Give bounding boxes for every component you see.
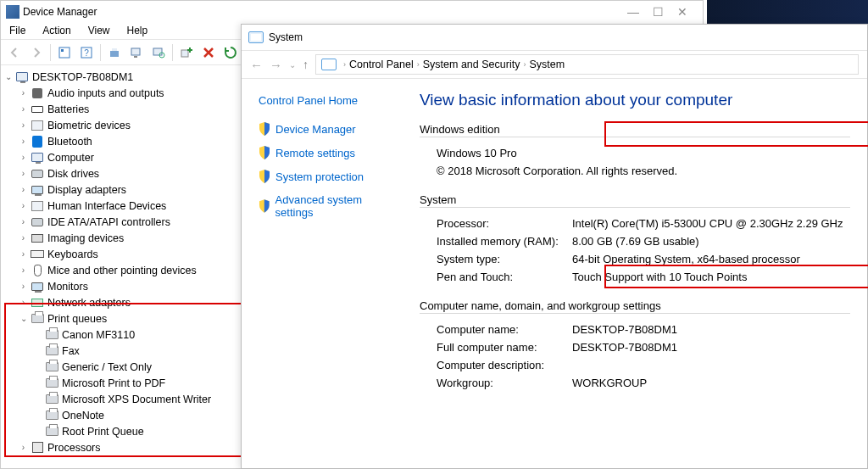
info-row: Installed memory (RAM):8.00 GB (7.69 GB … [420, 232, 850, 250]
category-label: Network adapters [47, 297, 131, 309]
expand-icon[interactable]: › [18, 282, 29, 291]
device-label: Microsoft Print to PDF [62, 377, 165, 389]
nav-forward-button[interactable]: → [270, 58, 282, 72]
edition-name: Windows 10 Pro [437, 147, 517, 159]
titlebar[interactable]: Device Manager — ☐ ✕ [1, 1, 703, 23]
expand-icon[interactable]: › [18, 153, 29, 162]
sidebar-link-text[interactable]: System protection [275, 170, 364, 183]
info-label: System type: [437, 253, 572, 265]
expand-icon[interactable]: › [18, 137, 29, 146]
breadcrumb[interactable]: › Control Panel › System and Security › … [315, 54, 859, 75]
chevron-icon[interactable]: › [343, 60, 346, 69]
printer-icon [45, 377, 58, 390]
device-label: Root Print Queue [62, 426, 144, 438]
sidebar-link-text[interactable]: Remote settings [275, 147, 355, 159]
shield-icon [259, 199, 270, 213]
category-label: Print queues [47, 313, 107, 325]
info-value: DESKTOP-7B08DM1 [572, 341, 677, 354]
expand-icon[interactable]: › [18, 217, 29, 226]
nav-up-button[interactable]: ↑ [303, 58, 309, 71]
expand-icon[interactable]: › [18, 120, 29, 130]
speaker-icon [31, 87, 44, 100]
menu-view[interactable]: View [80, 23, 119, 39]
chevron-icon[interactable]: › [417, 60, 420, 69]
expand-icon[interactable]: › [18, 265, 29, 275]
close-button[interactable]: ✕ [677, 6, 687, 18]
help-button[interactable]: ? [76, 42, 97, 63]
shield-icon [259, 170, 270, 183]
group-title: System [420, 193, 850, 208]
mouse-icon [31, 264, 44, 277]
expand-icon[interactable]: › [18, 169, 29, 178]
category-label: Imaging devices [47, 232, 124, 244]
monitor-icon [31, 280, 44, 293]
menu-help[interactable]: Help [119, 23, 157, 39]
add-legacy-button[interactable] [176, 42, 197, 63]
device-label: Canon MF3110 [62, 329, 135, 341]
window-title-text: Device Manager [23, 6, 97, 18]
properties-button[interactable] [54, 42, 75, 63]
category-label: Batteries [47, 103, 89, 115]
expand-icon[interactable]: › [18, 104, 29, 114]
expand-icon[interactable]: ⌄ [3, 72, 14, 81]
copyright-text: © 2018 Microsoft Corporation. All rights… [437, 165, 677, 177]
expand-icon[interactable]: › [18, 298, 29, 307]
expand-icon[interactable]: › [18, 249, 29, 259]
cpu-icon [31, 441, 44, 455]
sidebar-link[interactable]: Advanced system settings [259, 193, 399, 219]
menu-file[interactable]: File [1, 23, 34, 39]
sidebar-link[interactable]: Device Manager [259, 122, 399, 136]
back-button[interactable] [4, 42, 25, 63]
nav-back-button[interactable]: ← [250, 58, 263, 72]
nav-toolbar: ← → ⌄ ↑ › Control Panel › System and Sec… [242, 50, 867, 79]
category-label: Disk drives [47, 168, 99, 180]
svg-rect-10 [181, 50, 188, 57]
svg-rect-5 [112, 48, 117, 51]
category-label: Monitors [47, 281, 88, 293]
device-button[interactable] [126, 42, 147, 63]
info-label: Processor: [437, 217, 572, 230]
info-label: Full computer name: [437, 341, 572, 354]
chevron-icon[interactable]: › [523, 60, 526, 69]
main-content: View basic information about your comput… [408, 79, 867, 468]
show-hidden-button[interactable] [104, 42, 125, 63]
expand-icon[interactable]: › [18, 233, 29, 243]
background-window-strip [707, 0, 868, 24]
expand-icon[interactable]: › [18, 443, 29, 452]
svg-rect-6 [131, 48, 140, 55]
breadcrumb-system-security[interactable]: System and Security [423, 59, 520, 70]
expand-icon[interactable]: › [18, 88, 29, 98]
device-label: Microsoft XPS Document Writer [62, 394, 211, 405]
uninstall-button[interactable] [198, 42, 219, 63]
minimize-button[interactable]: — [627, 6, 639, 18]
sidebar-link-text[interactable]: Advanced system settings [275, 193, 399, 219]
info-row: Processor:Intel(R) Core(TM) i5-5300U CPU… [420, 215, 850, 232]
computer-name-group: Computer name, domain, and workgroup set… [420, 299, 850, 392]
expand-icon[interactable]: › [18, 185, 29, 194]
menu-action[interactable]: Action [34, 23, 79, 39]
disk-icon [31, 215, 44, 229]
sidebar-link-text[interactable]: Device Manager [275, 123, 356, 136]
nav-recent-button[interactable]: ⌄ [289, 60, 296, 70]
generic-icon [31, 199, 44, 213]
expand-icon[interactable]: ⌄ [18, 314, 29, 323]
breadcrumb-control-panel[interactable]: Control Panel [349, 59, 414, 70]
sidebar-link[interactable]: System protection [259, 170, 399, 183]
forward-button[interactable] [26, 42, 47, 63]
info-label: Pen and Touch: [437, 271, 572, 283]
expand-icon[interactable]: › [18, 201, 29, 210]
scan-hardware-button[interactable] [148, 42, 169, 63]
printer-icon [45, 344, 58, 358]
keyboard-icon [31, 248, 44, 261]
breadcrumb-system[interactable]: System [529, 59, 565, 70]
category-label: Processors [47, 442, 101, 454]
update-driver-button[interactable] [220, 42, 241, 63]
bluetooth-icon [31, 135, 44, 148]
sidebar-link[interactable]: Remote settings [259, 146, 399, 159]
maximize-button[interactable]: ☐ [653, 6, 664, 18]
net-icon [31, 296, 44, 310]
control-panel-home-link[interactable]: Control Panel Home [259, 94, 399, 107]
info-label: Workgroup: [437, 377, 572, 389]
device-manager-icon [6, 5, 19, 19]
system-titlebar[interactable]: System [242, 25, 867, 50]
